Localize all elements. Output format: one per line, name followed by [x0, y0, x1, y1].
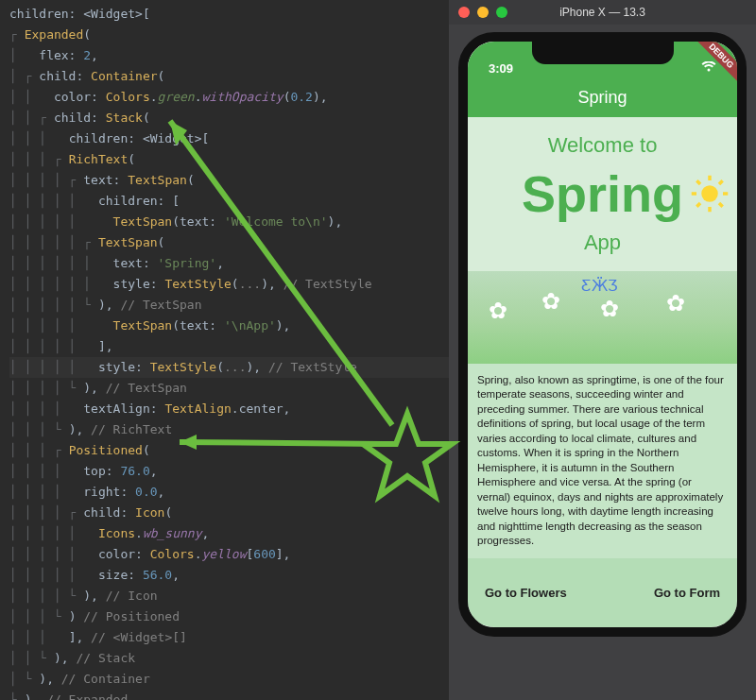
flower-icon [541, 288, 564, 311]
app-body: Welcome to Spring App ƸӜƷ Spring, also k… [468, 117, 737, 627]
flower-icon [489, 298, 511, 320]
hero-line1: Welcome to [548, 133, 658, 157]
svg-line-7 [696, 203, 700, 207]
butterfly-icon: ƸӜƷ [581, 277, 618, 295]
hero-text: Welcome to Spring App [522, 131, 683, 256]
hero-big: Spring [522, 160, 683, 229]
hero-section: Welcome to Spring App [468, 117, 737, 271]
window-chrome: iPhone X — 13.3 [449, 0, 756, 25]
svg-line-5 [696, 180, 700, 184]
footer-buttons: Go to Flowers Go to Form [468, 558, 737, 627]
flower-icon [666, 290, 689, 313]
wifi-icon [701, 61, 716, 76]
simulator-window: iPhone X — 13.3 DEBUG 3:09 Spring Welcom… [449, 0, 756, 700]
sun-icon [690, 174, 730, 223]
flower-icon [600, 296, 623, 318]
app-title: Spring [577, 88, 627, 108]
window-title: iPhone X — 13.3 [449, 6, 756, 19]
svg-line-8 [719, 180, 723, 184]
spring-image: ƸӜƷ [468, 271, 737, 364]
app-bar: Spring [468, 77, 737, 117]
svg-point-0 [701, 185, 718, 202]
description-text: Spring, also known as springtime, is one… [468, 364, 737, 558]
status-time: 3:09 [489, 61, 513, 76]
code-editor[interactable]: children: <Widget>[┌ Expanded(│ flex: 2,… [0, 0, 449, 700]
go-flowers-button[interactable]: Go to Flowers [485, 586, 567, 600]
hero-line3: App [584, 230, 621, 254]
svg-line-6 [719, 203, 723, 207]
phone-notch [532, 42, 674, 64]
go-form-button[interactable]: Go to Form [654, 586, 720, 600]
iphone-frame: DEBUG 3:09 Spring Welcome to Spring App [458, 32, 747, 637]
image-section: ƸӜƷ [468, 271, 737, 364]
